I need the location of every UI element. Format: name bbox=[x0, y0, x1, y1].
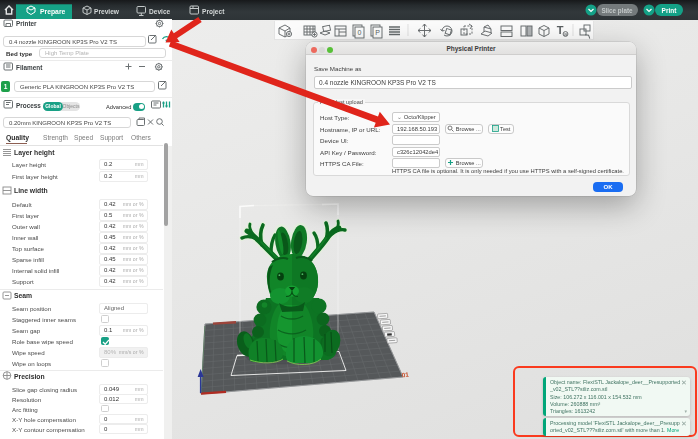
svg-text:Slice plate: Slice plate bbox=[601, 7, 633, 15]
svg-text:Print: Print bbox=[662, 7, 678, 14]
svg-text:01: 01 bbox=[401, 371, 409, 379]
svg-text:Project: Project bbox=[202, 8, 225, 16]
